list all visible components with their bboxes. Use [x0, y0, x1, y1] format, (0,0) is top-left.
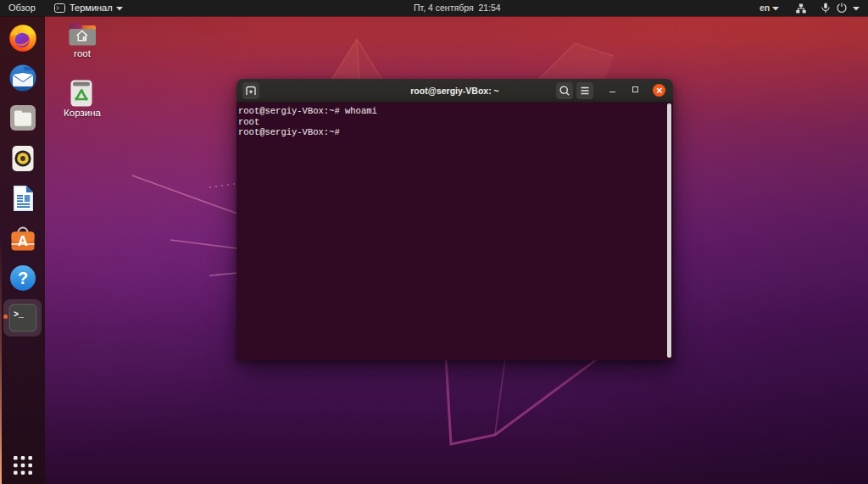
- svg-text:?: ?: [17, 269, 27, 287]
- svg-text:>_: >_: [14, 310, 25, 320]
- svg-text:A: A: [17, 233, 27, 249]
